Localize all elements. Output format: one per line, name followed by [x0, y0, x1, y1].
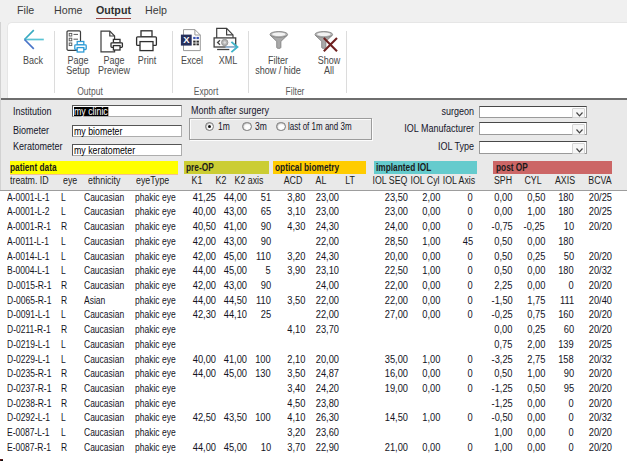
svg-text:X: X — [183, 34, 190, 45]
